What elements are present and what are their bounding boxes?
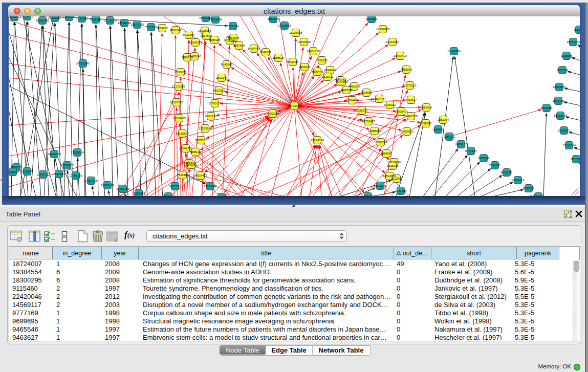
svg-text:8471676: 8471676 — [501, 171, 513, 174]
svg-text:6794024: 6794024 — [324, 69, 336, 72]
svg-text:10719155: 10719155 — [103, 19, 117, 22]
svg-text:20394852: 20394852 — [20, 16, 34, 18]
svg-text:10654925: 10654925 — [172, 117, 186, 120]
svg-text:5498222: 5498222 — [190, 150, 202, 154]
svg-text:9327505: 9327505 — [201, 34, 212, 37]
svg-text:9915573: 9915573 — [9, 170, 18, 173]
svg-text:8878352: 8878352 — [195, 139, 207, 142]
svg-text:10855287: 10855287 — [62, 16, 76, 18]
svg-text:8822031: 8822031 — [287, 60, 299, 63]
svg-text:2935114: 2935114 — [478, 157, 490, 160]
svg-text:16961758: 16961758 — [307, 50, 320, 53]
svg-text:8990448: 8990448 — [312, 70, 323, 73]
svg-text:12093872: 12093872 — [553, 85, 566, 89]
svg-text:10107558: 10107558 — [170, 101, 183, 104]
svg-text:9389211: 9389211 — [444, 135, 455, 138]
svg-text:1244415: 1244415 — [553, 99, 564, 102]
svg-text:1588520: 1588520 — [273, 56, 285, 59]
svg-text:18724007: 18724007 — [288, 104, 301, 107]
svg-text:16046756: 16046756 — [179, 147, 192, 150]
svg-text:2087682: 2087682 — [366, 17, 378, 20]
svg-text:19218506: 19218506 — [278, 24, 291, 27]
svg-text:15239684: 15239684 — [48, 16, 62, 19]
svg-text:12975115: 12975115 — [403, 84, 416, 87]
svg-text:10973493: 10973493 — [394, 54, 407, 57]
svg-text:12942737: 12942737 — [36, 173, 50, 176]
svg-text:2718176: 2718176 — [175, 71, 187, 74]
svg-text:4350612: 4350612 — [11, 166, 23, 169]
svg-text:6216012: 6216012 — [384, 103, 396, 106]
svg-text:8813054: 8813054 — [268, 17, 279, 20]
svg-text:15720407: 15720407 — [362, 120, 375, 123]
svg-text:1640954: 1640954 — [432, 128, 444, 131]
svg-text:20206576: 20206576 — [48, 152, 61, 156]
svg-text:8186328: 8186328 — [209, 38, 221, 41]
svg-text:10975857: 10975857 — [60, 164, 74, 167]
svg-text:16210643: 16210643 — [554, 114, 567, 117]
svg-text:9245022: 9245022 — [216, 195, 228, 196]
svg-text:7386372: 7386372 — [356, 109, 368, 112]
svg-text:9084067: 9084067 — [381, 152, 393, 155]
svg-text:8267110: 8267110 — [205, 115, 216, 118]
svg-text:7663822: 7663822 — [157, 27, 168, 30]
svg-text:17359924: 17359924 — [71, 151, 84, 154]
svg-text:10120746: 10120746 — [387, 161, 401, 164]
svg-text:12213389: 12213389 — [172, 85, 185, 88]
svg-text:1167531: 1167531 — [571, 158, 580, 161]
svg-text:11325468: 11325468 — [289, 31, 302, 34]
svg-text:1615132: 1615132 — [387, 164, 399, 167]
svg-text:1527602: 1527602 — [76, 17, 88, 20]
svg-text:16640910: 16640910 — [297, 40, 311, 43]
svg-text:9242848: 9242848 — [221, 63, 233, 66]
svg-text:2803144: 2803144 — [216, 76, 228, 79]
svg-text:16495758: 16495758 — [404, 115, 418, 118]
svg-text:12213967: 12213967 — [386, 40, 399, 43]
svg-text:7632621: 7632621 — [489, 164, 501, 167]
svg-text:7955812: 7955812 — [316, 59, 328, 62]
svg-text:16598426: 16598426 — [118, 21, 131, 25]
svg-text:3624554: 3624554 — [361, 91, 373, 94]
svg-text:10958107: 10958107 — [101, 184, 114, 187]
svg-text:6497568: 6497568 — [341, 89, 353, 92]
svg-text:1540989: 1540989 — [186, 163, 198, 166]
svg-text:19384554: 19384554 — [311, 139, 324, 142]
svg-text:26053340: 26053340 — [76, 62, 90, 65]
svg-text:14136141: 14136141 — [374, 184, 387, 187]
svg-text:6466160: 6466160 — [90, 18, 102, 21]
svg-text:8427552: 8427552 — [213, 89, 225, 92]
svg-text:15716485: 15716485 — [204, 185, 217, 188]
svg-text:7625402: 7625402 — [177, 173, 189, 177]
svg-text:2522541: 2522541 — [391, 177, 403, 180]
svg-text:16914479: 16914479 — [194, 174, 207, 177]
svg-text:12353594: 12353594 — [199, 127, 212, 130]
svg-text:9227342: 9227342 — [557, 69, 569, 72]
svg-text:9031471: 9031471 — [362, 195, 374, 196]
svg-text:2867608: 2867608 — [233, 44, 245, 47]
svg-text:10671355: 10671355 — [130, 23, 144, 26]
svg-text:17957225: 17957225 — [84, 179, 98, 182]
svg-text:8912954: 8912954 — [183, 33, 195, 36]
svg-text:9474444: 9474444 — [465, 149, 477, 152]
svg-text:18300295: 18300295 — [266, 112, 279, 115]
svg-text:17016504: 17016504 — [562, 144, 576, 147]
svg-text:9031362: 9031362 — [533, 195, 545, 196]
svg-text:9146821: 9146821 — [260, 51, 272, 54]
svg-text:7462606: 7462606 — [349, 85, 360, 88]
svg-text:10025433: 10025433 — [395, 110, 408, 113]
svg-text:9457791: 9457791 — [169, 185, 181, 188]
svg-text:20691406: 20691406 — [36, 19, 49, 22]
svg-text:1733426: 1733426 — [395, 189, 407, 192]
svg-text:9115460: 9115460 — [421, 106, 432, 109]
svg-text:15751074: 15751074 — [567, 40, 580, 43]
svg-text:22420046: 22420046 — [188, 55, 201, 58]
svg-text:9699695: 9699695 — [420, 122, 432, 125]
svg-text:19166827: 19166827 — [176, 132, 189, 135]
svg-text:16154808: 16154808 — [376, 28, 389, 31]
svg-text:6479197: 6479197 — [455, 143, 467, 146]
svg-text:8215955: 8215955 — [541, 106, 553, 110]
svg-text:19654923: 19654923 — [400, 130, 413, 133]
svg-text:16543362: 16543362 — [189, 41, 202, 44]
svg-text:10654112: 10654112 — [511, 179, 524, 182]
svg-text:9245052: 9245052 — [523, 187, 535, 190]
svg-text:12923468: 12923468 — [132, 192, 145, 195]
